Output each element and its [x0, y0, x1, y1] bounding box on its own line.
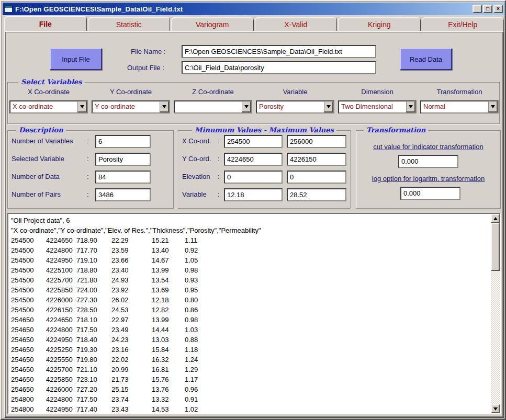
maximize-button[interactable]: □: [483, 5, 492, 13]
tab-kriging[interactable]: Kriging: [338, 17, 421, 31]
table-row: 2546504225250719.30 23.1615.841.18: [11, 345, 491, 355]
num-data-field[interactable]: [95, 171, 151, 184]
minmax-title: Minumum Values - Maximum Values: [192, 126, 336, 134]
title-bar[interactable]: F:\Open GEOSCIENCES\Sample_Data\Oil_Fiel…: [3, 3, 504, 15]
chevron-down-icon[interactable]: [77, 101, 87, 112]
table-row: 2546504224800717.50 23.4914.441.03: [11, 325, 491, 335]
vertical-scrollbar[interactable]: [491, 214, 500, 413]
x-coordinate-label: X Co-ordinate: [9, 88, 88, 96]
table-row: 2545004224650718.90 22.2915.211.11: [11, 235, 491, 245]
tab-variogram[interactable]: Variogram: [171, 17, 254, 31]
variable-min-field[interactable]: [224, 188, 283, 201]
selected-variable-label: Selected Variable: [12, 155, 64, 163]
chevron-down-icon[interactable]: [406, 101, 415, 112]
table-row: 2545004225100718.80 23.4013.990.98: [11, 265, 491, 275]
file-name-input[interactable]: [182, 45, 376, 58]
description-title: Description: [16, 126, 66, 134]
x-max-field[interactable]: [287, 135, 346, 148]
table-row: 2545004226000727.30 26.0212.180.80: [11, 295, 491, 305]
log-option-field[interactable]: [400, 187, 460, 200]
y-coord-minmax-label: Y Co-ord.: [182, 155, 211, 163]
num-pairs-label: Number of Pairs: [12, 190, 61, 198]
elevation-min-field[interactable]: [224, 171, 283, 184]
data-header-line: "X co-ordinate","Y co-ordinate","Elev. o…: [11, 225, 491, 235]
table-row: 2545004226150728.50 24.5312.820.86: [11, 305, 491, 315]
tab-x-valid[interactable]: X-Valid: [255, 17, 338, 31]
form-icon: [4, 5, 13, 13]
table-row: 2545004225700721.80 24.9313.540.93: [11, 275, 491, 285]
transformation-group-title: Transformation: [364, 126, 428, 134]
elevation-minmax-label: Elevation: [182, 173, 210, 180]
cut-value-field[interactable]: [398, 155, 458, 168]
read-data-button[interactable]: Read Data: [400, 48, 452, 70]
chevron-down-icon[interactable]: [160, 101, 169, 112]
selected-variable-field[interactable]: [95, 153, 151, 166]
elevation-max-field[interactable]: [287, 171, 346, 184]
file-name-label: File Name :: [131, 48, 165, 55]
data-text: "Oil Project data", 6 "X co-ordinate","Y…: [8, 214, 491, 413]
table-row: 2546504224650718.10 22.9713.990.98: [11, 315, 491, 325]
variable-label: Variable: [256, 88, 334, 96]
y-coordinate-select[interactable]: Y co-ordinate: [92, 100, 170, 113]
output-file-label: Output File :: [127, 64, 164, 72]
close-button[interactable]: ×: [493, 5, 503, 13]
table-row: 2545004224800717.70 23.5913.400.92: [11, 245, 491, 255]
x-coordinate-select[interactable]: X co-ordinate: [9, 100, 88, 113]
chevron-down-icon[interactable]: [242, 101, 251, 112]
cut-value-label: cut value for indicator transformation: [356, 143, 500, 151]
variable-select[interactable]: Porosity: [256, 100, 334, 113]
table-row: 2548004224950717.40 23.4314.531.02: [11, 404, 491, 413]
y-coordinate-label: Y Co-ordinate: [92, 88, 170, 96]
select-variables-title: Select Variables: [18, 78, 84, 86]
tab-file[interactable]: File: [4, 16, 87, 31]
transformation-group: Transformation cut value for indicator t…: [356, 130, 501, 209]
variable-max-field[interactable]: [287, 188, 346, 201]
table-row: 2548004224800717.50 23.7413.320.91: [11, 394, 491, 404]
data-rows: 2545004224650718.90 22.2915.211.11 25450…: [11, 235, 491, 413]
variable-minmax-label: Variable: [182, 190, 207, 198]
minimize-button[interactable]: _: [473, 5, 482, 13]
y-max-field[interactable]: [287, 153, 346, 166]
tab-statistic[interactable]: Statistic: [88, 17, 171, 31]
table-row: 2545004224950719.10 23.6614.671.05: [11, 255, 491, 265]
log-option-label: log option for logaritm. transformation: [356, 175, 500, 183]
scrollbar-down-icon[interactable]: [491, 404, 500, 413]
dimension-select[interactable]: Two Dimensional: [338, 100, 417, 113]
num-pairs-field[interactable]: [95, 188, 151, 201]
input-file-button[interactable]: Input File: [50, 48, 102, 70]
table-row: 2546504224950718.40 24.2313.030.88: [11, 335, 491, 345]
scrollbar-up-icon[interactable]: [491, 214, 500, 223]
z-coordinate-select[interactable]: [174, 100, 252, 113]
num-variables-field[interactable]: [95, 135, 151, 148]
num-data-label: Number of Data: [12, 173, 60, 180]
x-coord-minmax-label: X Co-ord.: [182, 137, 211, 145]
data-view[interactable]: "Oil Project data", 6 "X co-ordinate","Y…: [7, 213, 501, 414]
num-variables-label: Number of Variables: [12, 137, 73, 145]
scrollbar-thumb[interactable]: [491, 223, 500, 271]
app-window: F:\Open GEOSCIENCES\Sample_Data\Oil_Fiel…: [0, 0, 506, 420]
table-row: 2546504225700721.10 20.9916.811.29: [11, 365, 491, 374]
table-row: 2546504226000727.20 25.1513.760.96: [11, 384, 491, 394]
table-row: 2546504225550719.80 22.0216.321.24: [11, 355, 491, 365]
window-title: F:\Open GEOSCIENCES\Sample_Data\Oil_Fiel…: [15, 5, 473, 13]
output-file-input[interactable]: [182, 61, 376, 74]
tab-exit-help[interactable]: Exit/Help: [422, 17, 504, 31]
transformation-select[interactable]: Normal: [420, 100, 499, 113]
transformation-label: Transformation: [420, 88, 499, 96]
chevron-down-icon[interactable]: [488, 101, 498, 112]
data-header-line: "Oil Project data", 6: [11, 215, 491, 225]
table-row: 2545004225850724.00 23.9213.690.95: [11, 285, 491, 295]
tab-strip: File Statistic Variogram X-Valid Kriging…: [4, 17, 504, 31]
z-coordinate-label: Z Co-ordinate: [174, 88, 252, 96]
table-row: 2546504225850723.10 21.7315.761.17: [11, 374, 491, 384]
x-min-field[interactable]: [224, 135, 283, 148]
dimension-label: Dimension: [338, 88, 417, 96]
y-min-field[interactable]: [224, 153, 283, 166]
chevron-down-icon[interactable]: [324, 101, 333, 112]
